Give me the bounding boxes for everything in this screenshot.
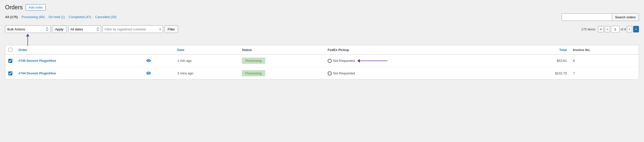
filter-button[interactable]: Filter <box>164 25 178 33</box>
search-orders-button[interactable]: Search orders <box>612 13 639 21</box>
col-header-status: Status <box>239 45 324 55</box>
search-row: Search orders <box>562 13 639 21</box>
row1-fedex-circle-icon <box>328 59 332 63</box>
row2-order-cell: #744 Devesh PluginHive <box>15 67 143 80</box>
row2-total-cell: $102.70 <box>518 67 570 80</box>
tab-processing[interactable]: Processing (94) <box>22 15 45 19</box>
col-header-total[interactable]: Total <box>518 45 570 55</box>
col-header-order[interactable]: Order <box>15 45 143 55</box>
page-wrapper: Orders Add order All (175) | Processing … <box>0 0 644 142</box>
row2-fedex-circle-icon <box>328 71 332 75</box>
bulk-actions-container: Bulk Actions <box>5 25 50 33</box>
last-page-button[interactable]: » <box>633 26 639 32</box>
row1-status-cell: Processing <box>239 55 324 67</box>
row2-fedex-label: Not Requested <box>333 71 355 75</box>
table-row: #744 Devesh PluginHive 3 mins ago Proces… <box>5 67 639 80</box>
row1-fedex-cell: Not Requested <box>325 55 518 67</box>
items-count: 175 items <box>581 27 595 31</box>
row1-fedex-status: Not Requested <box>328 59 355 63</box>
row2-date-cell: 3 mins ago <box>174 67 239 80</box>
page-number-input[interactable]: 1 <box>611 26 620 32</box>
tab-completed[interactable]: Completed (47) <box>69 15 91 19</box>
row1-preview-icon[interactable] <box>146 59 151 63</box>
row2-status-cell: Processing <box>239 67 324 80</box>
select-all-checkbox[interactable] <box>8 48 12 52</box>
row1-date-cell: 1 min ago <box>174 55 239 67</box>
next-page-button[interactable]: › <box>627 26 632 32</box>
row1-order-cell: #745 Devesh PluginHive <box>15 55 143 67</box>
orders-table-wrapper: Order Date Status FedEx Pickup Total Inv… <box>5 45 639 80</box>
page-info: 1 of 9 <box>611 26 626 32</box>
row1-checkbox[interactable] <box>8 59 12 63</box>
dates-select[interactable]: All dates <box>68 25 101 33</box>
row2-preview-icon[interactable] <box>146 71 151 75</box>
customer-filter-input[interactable] <box>103 25 163 33</box>
col-header-icon <box>143 45 174 55</box>
search-input[interactable] <box>562 13 612 21</box>
row2-invoice-cell: 7 <box>570 67 639 80</box>
row1-invoice-cell: 8 <box>570 55 639 67</box>
table-row: #745 Devesh PluginHive 1 min ago Process… <box>5 55 639 67</box>
filter-tabs: All (175) | Processing (94) | On hold (1… <box>5 15 116 19</box>
bulk-actions-select[interactable]: Bulk Actions <box>5 25 50 33</box>
row2-order-link[interactable]: #744 Devesh PluginHive <box>18 71 56 75</box>
row2-check-cell <box>5 67 15 80</box>
first-page-button[interactable]: « <box>598 26 604 32</box>
customer-filter-wrap: ▾ <box>103 25 163 33</box>
row1-status-badge: Processing <box>242 58 265 64</box>
tab-cancelled[interactable]: Cancelled (33) <box>95 15 117 19</box>
add-order-button[interactable]: Add order <box>26 4 46 11</box>
row1-eye-cell <box>143 55 174 67</box>
apply-button[interactable]: Apply <box>52 25 67 33</box>
row2-status-badge: Processing <box>242 70 265 76</box>
row2-fedex-cell: Not Requested <box>325 67 518 80</box>
pagination: 175 items « ‹ 1 of 9 › » <box>581 26 639 32</box>
row2-checkbox[interactable] <box>8 71 12 75</box>
col-header-date[interactable]: Date <box>174 45 239 55</box>
orders-table: Order Date Status FedEx Pickup Total Inv… <box>5 45 639 79</box>
toolbar-row: Bulk Actions Apply All dates ▾ Filter 17… <box>5 25 639 33</box>
page-title: Orders <box>5 4 23 11</box>
col-header-invoice: Invoice No. <box>570 45 639 55</box>
row1-total-cell: $53.61 <box>518 55 570 67</box>
row2-eye-cell <box>143 67 174 80</box>
row1-fedex-label: Not Requested <box>333 59 355 63</box>
prev-page-button[interactable]: ‹ <box>605 26 610 32</box>
tab-on-hold[interactable]: On hold (1) <box>48 15 65 19</box>
row1-check-cell <box>5 55 15 67</box>
col-header-fedex: FedEx Pickup <box>325 45 518 55</box>
tab-all[interactable]: All (175) <box>5 15 18 19</box>
page-of-label: of 9 <box>621 27 626 31</box>
col-header-check <box>5 45 15 55</box>
row1-order-link[interactable]: #745 Devesh PluginHive <box>18 59 56 63</box>
title-row: Orders Add order <box>5 4 639 11</box>
